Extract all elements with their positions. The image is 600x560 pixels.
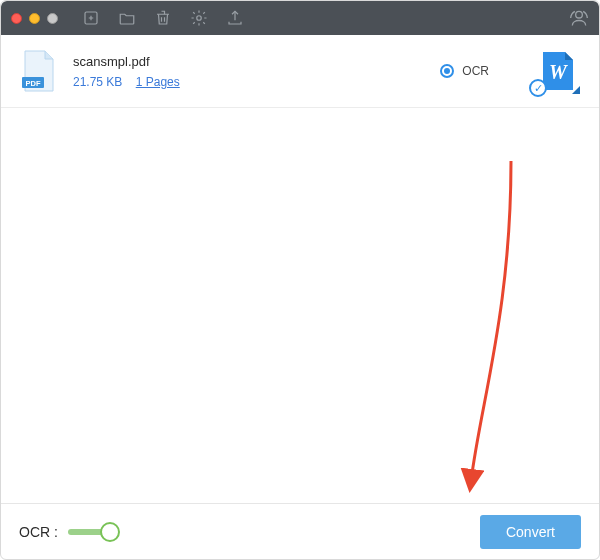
support-icon[interactable]	[569, 8, 589, 28]
add-file-icon[interactable]	[82, 9, 100, 27]
titlebar	[1, 1, 599, 35]
add-folder-icon[interactable]	[118, 9, 136, 27]
convert-button[interactable]: Convert	[480, 515, 581, 549]
window-maximize-button[interactable]	[47, 13, 58, 24]
check-badge-icon: ✓	[529, 79, 547, 97]
ocr-radio-icon[interactable]	[440, 64, 454, 78]
file-meta: scansmpl.pdf 21.75 KB 1 Pages	[73, 54, 180, 89]
file-pages-link[interactable]: 1 Pages	[136, 75, 180, 89]
window-close-button[interactable]	[11, 13, 22, 24]
ocr-row-label: OCR	[462, 64, 489, 78]
pdf-file-icon: PDF	[21, 49, 57, 93]
svg-text:PDF: PDF	[26, 79, 41, 88]
dropdown-corner-icon	[572, 86, 580, 94]
svg-text:W: W	[549, 61, 568, 83]
svg-point-5	[197, 16, 202, 21]
file-list-empty-area	[1, 108, 599, 528]
ocr-row-toggle[interactable]: OCR	[440, 64, 489, 78]
ocr-global-switch[interactable]	[68, 524, 120, 540]
trash-icon[interactable]	[154, 9, 172, 27]
export-icon[interactable]	[226, 9, 244, 27]
bottom-bar: OCR : Convert	[1, 503, 599, 559]
file-name: scansmpl.pdf	[73, 54, 180, 69]
file-size: 21.75 KB	[73, 75, 122, 89]
output-format-word-icon[interactable]: W ✓	[535, 49, 579, 93]
settings-icon[interactable]	[190, 9, 208, 27]
window-controls	[11, 13, 58, 24]
svg-point-6	[576, 11, 583, 18]
ocr-footer-label: OCR :	[19, 524, 58, 540]
file-row: PDF scansmpl.pdf 21.75 KB 1 Pages OCR W …	[1, 35, 599, 108]
window-minimize-button[interactable]	[29, 13, 40, 24]
toolbar	[82, 9, 244, 27]
